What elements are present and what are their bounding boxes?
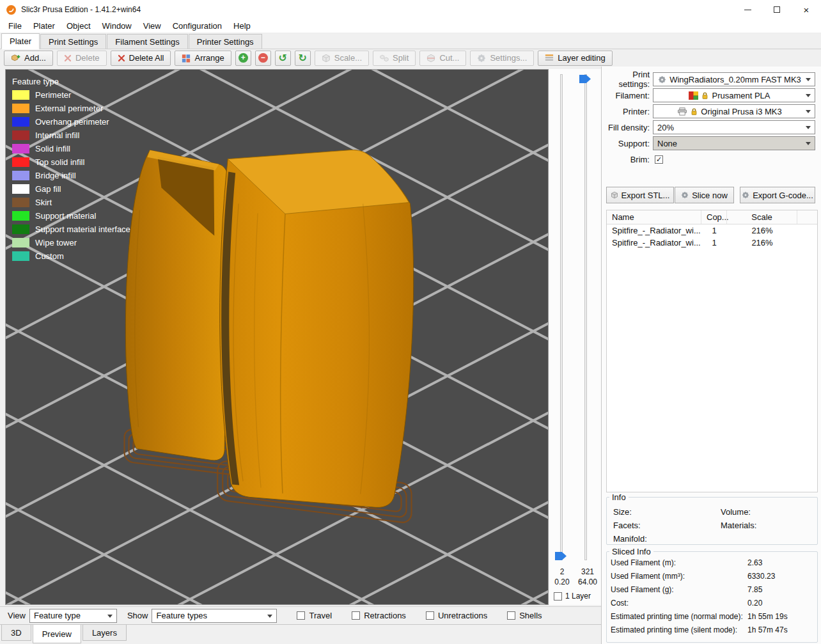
tab-printer-settings[interactable]: Printer Settings: [189, 34, 262, 49]
max-layer-value: 321: [575, 567, 600, 576]
sliced-info-row: Estimated printing time (normal mode):1h…: [607, 610, 817, 624]
column-header-scale[interactable]: Scale: [727, 210, 797, 224]
print-settings-label: Print settings:: [602, 70, 653, 89]
object-list-header: Name Cop... Scale: [607, 210, 817, 224]
tab-plater[interactable]: Plater: [1, 33, 40, 49]
info-group-title: Info: [609, 492, 629, 502]
menu-item-object[interactable]: Object: [61, 19, 97, 33]
maximize-button[interactable]: [762, 0, 792, 19]
sliced-info-row: Used Filament (m):2.63: [607, 556, 817, 570]
tab-print-settings[interactable]: Print Settings: [40, 34, 106, 49]
color-swatch: [12, 144, 29, 153]
sliced-info-row: Used Filament (g):7.85: [607, 583, 817, 597]
unretractions-checkbox-group: Unretractions: [426, 611, 487, 620]
sliced-info-title: Sliced Info: [609, 547, 653, 556]
delete-icon: [64, 54, 72, 62]
legend-item: Perimeter: [12, 88, 130, 102]
app-window: Slic3r Prusa Edition - 1.41.2+win64 × Fi…: [0, 0, 821, 644]
retractions-checkbox[interactable]: [352, 611, 360, 620]
slice-now-button[interactable]: Slice now: [675, 187, 734, 203]
one-layer-label: 1 Layer: [565, 592, 591, 601]
add-button[interactable]: Add...: [4, 51, 53, 66]
column-header-copies[interactable]: Cop...: [701, 210, 727, 224]
menu-item-help[interactable]: Help: [228, 19, 256, 33]
menu-item-window[interactable]: Window: [97, 19, 137, 33]
printer-combo[interactable]: Original Prusa i3 MK3: [653, 104, 815, 118]
color-swatch: [12, 184, 29, 194]
menu-item-configuration[interactable]: Configuration: [167, 19, 228, 33]
size-label: Size:: [613, 507, 632, 517]
color-swatch: [12, 157, 29, 167]
column-header-name[interactable]: Name: [607, 210, 701, 224]
menu-item-view[interactable]: View: [137, 19, 167, 33]
shells-checkbox[interactable]: [507, 611, 515, 620]
unretractions-checkbox[interactable]: [426, 611, 434, 620]
rotate-cw-icon: ↻: [299, 53, 307, 63]
legend-item: Custom: [12, 249, 130, 263]
min-layer-slider-track[interactable]: [560, 74, 563, 560]
fill-density-combo[interactable]: 20%: [653, 120, 815, 134]
min-layer-height: 0.20: [549, 577, 575, 586]
table-row[interactable]: Spitfire_-_Radiator_wi... 1 216%: [607, 224, 817, 237]
preview-controls-bar: View Feature type Show Feature types Tra…: [0, 606, 601, 624]
view-combo[interactable]: Feature type: [29, 609, 117, 623]
minimize-icon: [744, 10, 751, 10]
minimize-button[interactable]: [733, 0, 762, 19]
object-list: Name Cop... Scale Spitfire_-_Radiator_wi…: [606, 210, 818, 492]
color-swatch: [12, 171, 29, 180]
tab-3d[interactable]: 3D: [1, 625, 31, 641]
menubar: File Plater Object Window View Configura…: [0, 19, 821, 33]
settings-button[interactable]: Settings...: [470, 51, 534, 66]
close-icon: ×: [804, 4, 809, 15]
add-copy-button[interactable]: +: [235, 51, 251, 66]
layer-editing-button[interactable]: Layer editing: [538, 51, 612, 66]
min-layer-slider-handle[interactable]: [555, 552, 567, 560]
arrange-button[interactable]: Arrange: [175, 51, 231, 66]
tab-preview[interactable]: Preview: [33, 625, 81, 643]
remove-copy-button[interactable]: −: [255, 51, 271, 66]
legend-item: Top solid infill: [12, 155, 130, 169]
rotate-cw-button[interactable]: ↻: [295, 51, 311, 66]
support-combo[interactable]: None: [653, 136, 815, 150]
delete-button[interactable]: Delete: [57, 51, 107, 66]
legend-item: Support material: [12, 209, 130, 223]
model-left-part[interactable]: [125, 150, 228, 460]
tab-layers[interactable]: Layers: [82, 625, 127, 641]
model-right-part[interactable]: [220, 150, 414, 508]
legend-item: Internal infill: [12, 129, 130, 142]
export-stl-icon: [611, 191, 618, 199]
settings-gear-icon: [477, 54, 486, 63]
lock-icon: [701, 91, 708, 100]
menu-item-plater[interactable]: Plater: [27, 19, 61, 33]
export-stl-button[interactable]: Export STL...: [606, 187, 674, 203]
support-label: Support:: [602, 139, 653, 148]
split-icon: [380, 54, 389, 63]
cut-icon: [426, 54, 435, 63]
brim-checkbox[interactable]: [655, 155, 663, 164]
filament-combo[interactable]: Prusament PLA: [653, 88, 815, 102]
color-swatch: [12, 117, 29, 127]
one-layer-checkbox[interactable]: [554, 592, 562, 601]
close-button[interactable]: ×: [792, 0, 821, 19]
show-combo[interactable]: Feature types: [152, 609, 277, 623]
chevron-down-icon: [107, 615, 113, 618]
tab-filament-settings[interactable]: Filament Settings: [107, 34, 187, 49]
chevron-down-icon: [806, 94, 811, 97]
max-layer-slider-track[interactable]: [584, 74, 587, 560]
feature-type-legend: Feature type Perimeter External perimete…: [12, 74, 130, 263]
travel-checkbox[interactable]: [297, 611, 305, 620]
print-settings-combo[interactable]: WingRadiators_0.20mm FAST MK3: [653, 72, 815, 86]
cut-button[interactable]: Cut...: [419, 51, 466, 66]
export-gcode-button[interactable]: Export G-code...: [740, 187, 815, 203]
max-layer-slider-handle[interactable]: [579, 75, 591, 83]
volume-label: Volume:: [721, 507, 751, 517]
delete-all-button[interactable]: Delete All: [111, 51, 171, 66]
rotate-ccw-button[interactable]: ↺: [275, 51, 291, 66]
legend-item: Overhang perimeter: [12, 115, 130, 129]
split-button[interactable]: Split: [373, 51, 416, 66]
table-row[interactable]: Spitfire_-_Radiator_wi... 1 216%: [607, 237, 817, 249]
menu-item-file[interactable]: File: [3, 19, 27, 33]
scale-button[interactable]: Scale...: [315, 51, 369, 66]
scale-icon: [322, 54, 331, 63]
chevron-down-icon: [267, 615, 272, 618]
